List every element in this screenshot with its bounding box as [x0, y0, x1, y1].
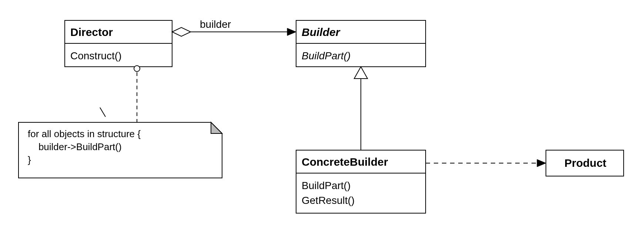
note-anchor-director-construct [134, 66, 140, 122]
generalization-triangle-icon [354, 67, 368, 79]
concrete-builder-method-buildpart: BuildPart() [302, 180, 350, 191]
arrowhead-icon [287, 28, 296, 36]
note-anchor-circle-icon [134, 66, 140, 72]
arrowhead-icon [537, 159, 546, 167]
svg-marker-8 [211, 122, 222, 133]
aggregation-diamond-icon [172, 27, 191, 36]
director-title: Director [70, 26, 113, 38]
generalization-concrete-to-builder [354, 67, 368, 150]
note-line-2: builder->BuildPart() [28, 141, 122, 152]
aggregation-director-builder: builder [172, 19, 296, 36]
note-line-3: } [28, 154, 31, 165]
dependency-concrete-to-product [426, 159, 546, 167]
builder-title: Builder [302, 26, 341, 38]
class-concrete-builder: ConcreteBuilder BuildPart() GetResult() [296, 150, 426, 213]
product-title: Product [564, 157, 606, 169]
note-construct-pseudocode: for all objects in structure { builder->… [19, 108, 222, 178]
builder-pattern-diagram: Director Construct() Builder BuildPart()… [0, 0, 644, 238]
class-director: Director Construct() [65, 20, 172, 67]
class-product: Product [546, 150, 624, 176]
concrete-builder-method-getresult: GetResult() [302, 195, 355, 206]
note-tick-icon [100, 108, 105, 117]
note-line-1: for all objects in structure { [28, 128, 141, 139]
assoc-label-builder: builder [200, 19, 231, 30]
class-builder: Builder BuildPart() [296, 20, 426, 67]
builder-method-buildpart: BuildPart() [302, 50, 350, 62]
concrete-builder-title: ConcreteBuilder [302, 156, 388, 168]
director-method-construct: Construct() [70, 50, 121, 62]
